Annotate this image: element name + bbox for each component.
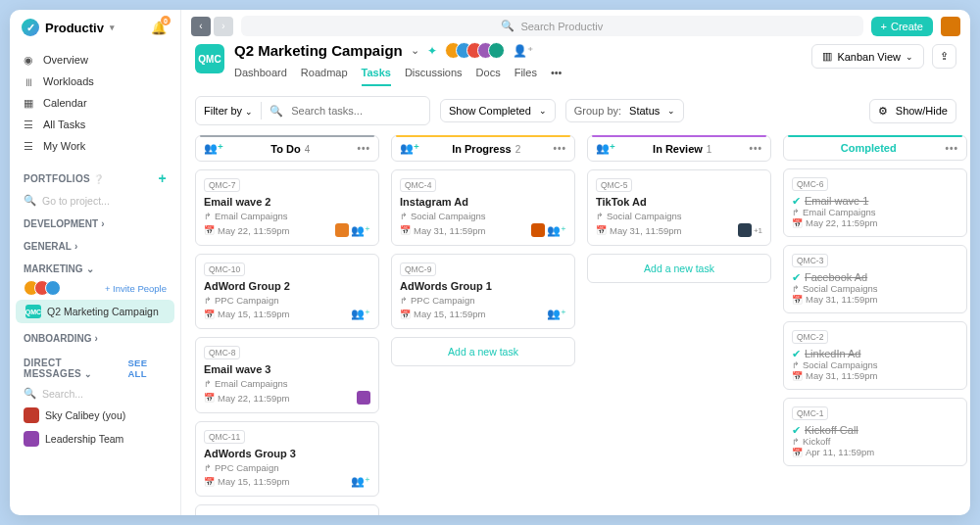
back-button[interactable]: ‹ (191, 17, 211, 36)
column-header[interactable]: 👥⁺ In Progress2 ••• (391, 135, 575, 162)
chevron-down-icon[interactable]: ⌄ (411, 44, 419, 57)
column-header[interactable]: 👥⁺ To Do4 ••• (195, 135, 379, 162)
task-card[interactable]: QMC-4Instagram Ad↱Social Campaigns📅May 3… (391, 169, 575, 246)
assignees[interactable]: 👥⁺ (351, 475, 370, 488)
assignees[interactable]: 👥⁺ (531, 223, 566, 237)
sidebar: ✓ Productiv ▾ 🔔0 ◉Overview ⫼Workloads ▦C… (10, 10, 181, 515)
task-card[interactable]: QMC-11AdWords Group 3↱PPC Campaign📅May 1… (195, 421, 379, 497)
filter-by-button[interactable]: Filter by ⌄ (204, 105, 253, 117)
placeholder: Search Productiv (520, 21, 603, 32)
portfolio-search[interactable]: 🔍Go to project... (10, 190, 180, 211)
app-logo[interactable]: ✓ Productiv ▾ 🔔0 (10, 10, 180, 45)
chevron-down-icon: ⌄ (84, 369, 92, 379)
more-icon[interactable]: ••• (357, 143, 370, 154)
assignees[interactable]: 👥⁺ (351, 308, 370, 320)
branch-icon: ↱ (204, 212, 212, 221)
tab-roadmap[interactable]: Roadmap (301, 63, 348, 86)
dm-search[interactable]: 🔍Search... (10, 383, 180, 404)
column-header[interactable]: Completed ••• (783, 135, 967, 161)
label: GENERAL (24, 241, 72, 252)
column-header[interactable]: 👥⁺ In Review1 ••• (587, 135, 771, 162)
task-card[interactable]: QMC-5TikTok Ad↱Social Campaigns📅May 31, … (587, 169, 771, 246)
topbar: ‹ › 🔍Search Productiv +Create (181, 10, 970, 42)
check-icon: ✔ (792, 424, 801, 436)
more-icon[interactable]: ••• (945, 143, 958, 154)
assignees[interactable] (357, 391, 370, 405)
dm-user-sky[interactable]: Sky Calibey (you) (10, 404, 180, 427)
add-task-button[interactable]: Add a new task (195, 504, 379, 515)
task-card[interactable]: QMC-7Email wave 2↱Email Campaigns📅May 22… (195, 169, 379, 246)
more-icon[interactable]: ••• (553, 143, 566, 154)
chevron-down-icon: ▾ (110, 23, 115, 32)
task-card[interactable]: QMC-8Email wave 3↱Email Campaigns📅May 22… (195, 337, 379, 413)
tab-discussions[interactable]: Discussions (405, 63, 463, 86)
branch-icon: ↱ (400, 212, 408, 221)
card-title: Facebook Ad (805, 271, 867, 283)
show-completed-toggle[interactable]: Show Completed⌄ (440, 99, 556, 122)
value: Status (629, 105, 660, 117)
sparkle-icon[interactable]: ✦ (427, 44, 437, 58)
global-search[interactable]: 🔍Search Productiv (241, 16, 863, 36)
forward-button[interactable]: › (214, 17, 233, 36)
nav-all-tasks[interactable]: ☰All Tasks (10, 114, 180, 135)
card-parent: ↱Social Campaigns (400, 211, 566, 221)
tab-tasks[interactable]: Tasks (362, 63, 391, 86)
show-hide-columns[interactable]: ⚙Show/Hide (869, 99, 956, 123)
current-user-avatar[interactable] (941, 17, 960, 36)
project-members[interactable] (445, 42, 499, 59)
group-marketing[interactable]: MARKETING⌄ (10, 256, 180, 278)
dm-leadership-team[interactable]: Leadership Team (10, 427, 180, 451)
add-assignee-icon[interactable]: 👥⁺ (351, 224, 370, 237)
task-card[interactable]: QMC-10AdWord Group 2↱PPC Campaign📅May 15… (195, 254, 379, 329)
add-task-button[interactable]: Add a new task (587, 254, 771, 283)
assignees[interactable]: +1 (738, 223, 762, 237)
branch-icon: ↱ (596, 212, 604, 221)
add-portfolio-icon[interactable]: + (159, 170, 167, 186)
invite-people-link[interactable]: + Invite People (105, 283, 167, 294)
task-card[interactable]: QMC-2✔LinkedIn Ad↱Social Campaigns📅May 3… (783, 321, 967, 390)
create-button[interactable]: +Create (871, 17, 933, 36)
nav-workloads[interactable]: ⫼Workloads (10, 71, 180, 92)
add-assignee-icon[interactable]: 👥⁺ (351, 308, 370, 320)
project-label: Q2 Marketing Campaign (47, 306, 159, 317)
card-id: QMC-11 (204, 430, 245, 444)
card-title: Instagram Ad (400, 196, 566, 208)
dm-header[interactable]: DIRECT MESSAGES⌄ See all (10, 348, 180, 383)
label: All Tasks (43, 119, 85, 130)
tab-more[interactable]: ••• (551, 63, 563, 86)
add-assignee-icon[interactable]: 👥⁺ (547, 308, 566, 320)
add-member-icon[interactable]: 👤⁺ (513, 44, 533, 58)
count: 1 (707, 144, 712, 155)
group-onboarding[interactable]: ONBOARDING› (10, 325, 180, 348)
tab-dashboard[interactable]: Dashboard (234, 63, 287, 86)
task-card[interactable]: QMC-1✔Kickoff Call↱Kickoff📅Apr 11, 11:59… (783, 398, 967, 466)
view-select[interactable]: ▥Kanban View⌄ (811, 44, 924, 69)
notification-bell-icon[interactable]: 🔔0 (149, 18, 169, 37)
task-card[interactable]: QMC-9AdWords Group 1↱PPC Campaign📅May 15… (391, 254, 575, 329)
share-button[interactable]: ⇪ (932, 44, 956, 69)
calendar-icon: 📅 (792, 218, 803, 228)
nav-my-work[interactable]: ☰My Work (10, 135, 180, 157)
group-general[interactable]: GENERAL› (10, 233, 180, 256)
portfolios-header[interactable]: PORTFOLIOS ❔ + (10, 161, 180, 190)
search-tasks-input[interactable] (291, 105, 389, 117)
tab-files[interactable]: Files (514, 63, 537, 86)
task-card[interactable]: QMC-6✔Email wave 1↱Email Campaigns📅May 2… (783, 168, 967, 237)
assignees[interactable]: 👥⁺ (335, 223, 370, 237)
sidebar-project-q2-marketing[interactable]: QMC Q2 Marketing Campaign (16, 300, 174, 323)
group-development[interactable]: DEVELOPMENT› (10, 211, 180, 233)
card-parent: ↱PPC Campaign (400, 295, 566, 306)
group-by-select[interactable]: Group by: Status⌄ (565, 99, 685, 122)
assignees[interactable]: 👥⁺ (547, 308, 566, 320)
main-pane: ‹ › 🔍Search Productiv +Create QMC Q2 Mar… (181, 10, 970, 515)
card-id: QMC-6 (792, 177, 828, 191)
task-card[interactable]: QMC-3✔Facebook Ad↱Social Campaigns📅May 3… (783, 245, 967, 313)
nav-calendar[interactable]: ▦Calendar (10, 92, 180, 114)
nav-overview[interactable]: ◉Overview (10, 49, 180, 71)
add-assignee-icon[interactable]: 👥⁺ (351, 475, 370, 488)
tab-docs[interactable]: Docs (476, 63, 501, 86)
more-icon[interactable]: ••• (749, 143, 762, 154)
dm-see-all[interactable]: See all (127, 358, 167, 379)
add-task-button[interactable]: Add a new task (391, 337, 575, 366)
add-assignee-icon[interactable]: 👥⁺ (547, 224, 566, 237)
